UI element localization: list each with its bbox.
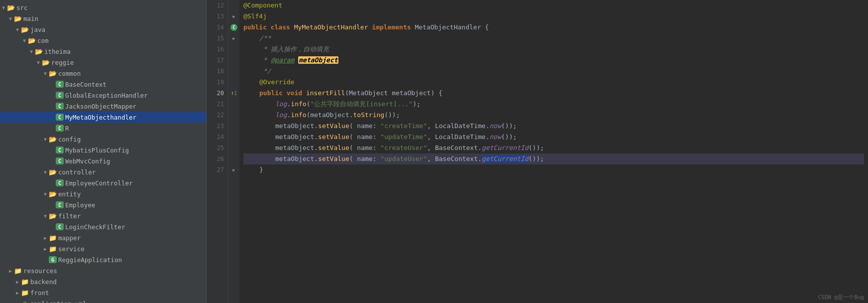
sidebar-item-itheima[interactable]: ▼📂itheima — [0, 46, 206, 57]
tree-label-filter: filter — [58, 212, 81, 220]
tree-label-backend: backend — [30, 278, 57, 286]
gutter-cell-13[interactable]: ▶ — [228, 11, 239, 22]
gutter-cell-15[interactable]: ▶ — [228, 33, 239, 44]
gutter-cell-27[interactable]: ▶ — [228, 164, 239, 175]
gutter-cell-21[interactable] — [228, 99, 239, 110]
sidebar-item-JacksonObjectMapper[interactable]: CJacksonObjectMapper — [0, 101, 206, 112]
line-num-19: 19 — [207, 77, 228, 88]
gutter-cell-12[interactable] — [228, 0, 239, 11]
sidebar-item-WebMvcConfig[interactable]: CWebMvcConfig — [0, 155, 206, 166]
tree-arrow-front: ▶ — [14, 290, 21, 296]
gutter-cell-24[interactable] — [228, 132, 239, 143]
line-num-15: 15 — [207, 33, 228, 44]
tree-label-mapper: mapper — [58, 234, 81, 242]
code-line-16: * 插入操作，自动填充 — [243, 44, 864, 55]
code-line-12: @Component — [243, 0, 864, 11]
yaml-icon: ⚙ — [21, 300, 29, 303]
sidebar-item-reggie[interactable]: ▼📂reggie — [0, 57, 206, 68]
line-num-21: 21 — [207, 99, 228, 110]
folder-open-icon: 📂 — [49, 168, 57, 176]
folder-open-icon: 📂 — [28, 36, 36, 44]
sidebar-item-src[interactable]: ▼📂src — [0, 2, 206, 13]
tree-arrow-controller: ▼ — [42, 169, 49, 175]
line-num-22: 22 — [207, 110, 228, 121]
folder-closed-icon: 📁 — [21, 289, 29, 297]
gutter-cell-22[interactable] — [228, 110, 239, 121]
code-line-23: metaObject.setValue( name: "createTime",… — [243, 121, 864, 132]
sidebar-item-backend[interactable]: ▶📁backend — [0, 276, 206, 287]
class-c-icon: C — [56, 201, 64, 208]
class-c-icon: C — [56, 81, 64, 88]
sidebar-item-application.yml[interactable]: ⚙application.yml — [0, 298, 206, 303]
code-line-20: public void insertFill(MetaObject metaOb… — [243, 88, 864, 99]
folder-open-icon: 📂 — [7, 3, 15, 11]
gutter-cell-19[interactable] — [228, 77, 239, 88]
tree-label-src: src — [16, 4, 28, 11]
tree-label-com: com — [37, 37, 49, 44]
line-num-12: 12 — [207, 0, 228, 11]
tree-arrow-mapper: ▶ — [42, 235, 49, 241]
sidebar-item-mapper[interactable]: ▶📁mapper — [0, 232, 206, 243]
sidebar-item-MyMetaObjecthandler[interactable]: CMyMetaObjecthandler — [0, 112, 206, 123]
line-num-20: 20 — [207, 88, 228, 99]
tree-label-reggie: reggie — [51, 59, 74, 66]
gutter-cell-25[interactable] — [228, 143, 239, 153]
sidebar-item-ReggieApplication[interactable]: GReggieApplication — [0, 254, 206, 265]
code-lines: @Component@Slf4jpublic class MyMetaObjec… — [239, 0, 868, 303]
sidebar-item-resources[interactable]: ▶📁resources — [0, 265, 206, 276]
gutter-cell-16[interactable] — [228, 44, 239, 55]
sidebar-item-BaseContext[interactable]: CBaseContext — [0, 79, 206, 90]
tree-label-R: R — [65, 125, 69, 132]
sidebar-item-config[interactable]: ▼📂config — [0, 134, 206, 145]
code-line-22: log.info(metaObject.toString()); — [243, 110, 864, 121]
folder-closed-icon: 📁 — [49, 234, 57, 242]
sidebar-item-entity[interactable]: ▼📂entity — [0, 188, 206, 199]
sidebar-item-R[interactable]: CR — [0, 123, 206, 134]
line-num-25: 25 — [207, 143, 228, 153]
folder-open-icon: 📂 — [42, 58, 50, 66]
sidebar-item-MybatisPlusConfig[interactable]: CMybatisPlusConfig — [0, 145, 206, 155]
watermark: CSDN @是一个Bug — [818, 294, 864, 301]
sidebar-item-com[interactable]: ▼📂com — [0, 35, 206, 46]
line-num-23: 23 — [207, 121, 228, 132]
line-num-24: 24 — [207, 132, 228, 143]
tree-label-WebMvcConfig: WebMvcConfig — [65, 157, 110, 165]
gutter-cell-23[interactable] — [228, 121, 239, 132]
class-c-icon: C — [56, 223, 64, 230]
gutter-cell-14[interactable]: C — [228, 22, 239, 33]
sidebar-item-controller[interactable]: ▼📂controller — [0, 166, 206, 177]
folder-open-icon: 📂 — [49, 190, 57, 198]
tree-label-MyMetaObjecthandler: MyMetaObjecthandler — [65, 114, 136, 121]
sidebar-item-main[interactable]: ▼📂main — [0, 13, 206, 24]
sidebar-item-common[interactable]: ▼📂common — [0, 68, 206, 79]
sidebar-item-front[interactable]: ▶📁front — [0, 287, 206, 298]
folder-open-icon: 📂 — [21, 25, 29, 33]
line-num-17: 17 — [207, 55, 228, 66]
folder-open-icon: 📂 — [49, 212, 57, 220]
line-num-14: 14 — [207, 22, 228, 33]
code-line-27: } — [243, 164, 864, 175]
tree-arrow-entity: ▼ — [42, 191, 49, 197]
sidebar-item-java[interactable]: ▼📂java — [0, 24, 206, 35]
sidebar-item-service[interactable]: ▶📁service — [0, 243, 206, 254]
code-line-24: metaObject.setValue( name: "updateTime",… — [243, 132, 864, 143]
gutter-cell-18[interactable] — [228, 66, 239, 77]
sidebar-item-EmployeeController[interactable]: CEmployeeController — [0, 177, 206, 188]
sidebar-item-GlobalExceptionHandler[interactable]: CGlobalExceptionHandler — [0, 90, 206, 101]
gutter-cell-17[interactable] — [228, 55, 239, 66]
gutter-cell-20[interactable]: ⬆I — [228, 88, 239, 99]
class-c-icon: C — [56, 157, 64, 164]
tree-label-common: common — [58, 70, 81, 77]
sidebar-item-Employee[interactable]: CEmployee — [0, 199, 206, 210]
sidebar-item-LoginCheckFilter[interactable]: CLoginCheckFilter — [0, 221, 206, 232]
tree-label-ReggieApplication: ReggieApplication — [58, 256, 122, 264]
file-tree[interactable]: ▼📂src▼📂main▼📂java▼📂com▼📂itheima▼📂reggie▼… — [0, 0, 207, 303]
sidebar-item-filter[interactable]: ▼📂filter — [0, 210, 206, 221]
editor-content: 12131415161718192021222324252627 ▶C▶⬆I▶ … — [207, 0, 868, 303]
gutter-cell-26[interactable] — [228, 153, 239, 164]
folder-open-icon: 📂 — [49, 69, 57, 77]
tree-label-JacksonObjectMapper: JacksonObjectMapper — [65, 103, 136, 110]
code-line-21: log.info("公共字段自动填充[insert]..."); — [243, 99, 864, 110]
gutter: ▶C▶⬆I▶ — [228, 0, 239, 303]
tree-label-front: front — [30, 289, 49, 297]
